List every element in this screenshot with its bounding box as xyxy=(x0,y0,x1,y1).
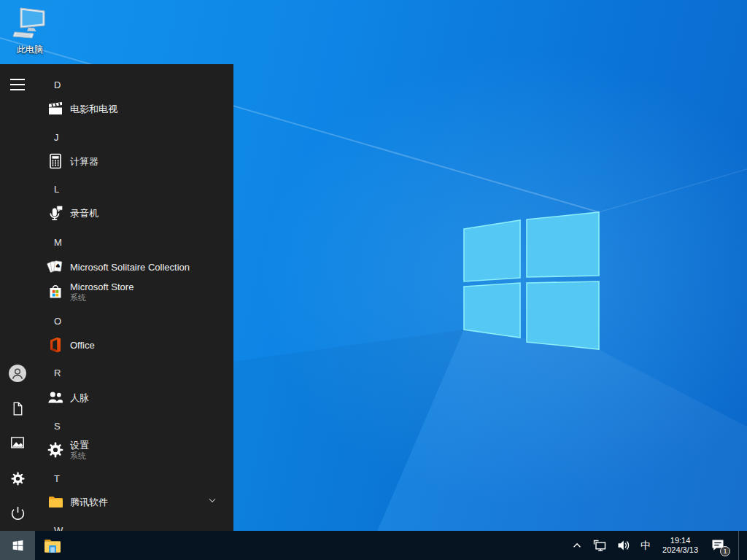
app-sublabel: 系统 xyxy=(70,293,133,303)
file-explorer-button[interactable] xyxy=(35,531,70,560)
gear-icon xyxy=(10,471,26,486)
chevron-up-icon xyxy=(571,540,583,551)
app-movies-tv[interactable]: 电影和电视 xyxy=(35,96,233,121)
app-microsoft-store[interactable]: Microsoft Store 系统 xyxy=(35,276,233,308)
app-sublabel: 系统 xyxy=(70,451,89,461)
windows-desktop: 此电脑 xyxy=(0,0,747,560)
app-label: Office xyxy=(70,340,95,351)
hidden-icons-button[interactable] xyxy=(571,540,583,551)
people-icon xyxy=(47,389,64,406)
section-letter-o[interactable]: O xyxy=(35,314,233,328)
ime-indicator[interactable]: 中 xyxy=(640,531,651,560)
app-label: 人脉 xyxy=(70,392,89,403)
action-center-button[interactable]: 1 xyxy=(710,537,726,553)
section-letter-l[interactable]: L xyxy=(35,182,233,196)
app-label: Microsoft Solitaire Collection xyxy=(70,262,190,273)
section-letter-t[interactable]: T xyxy=(35,471,233,486)
app-voice-recorder[interactable]: 录音机 xyxy=(35,201,233,225)
user-account-button[interactable] xyxy=(9,365,26,382)
document-icon xyxy=(10,401,26,416)
windows-logo-icon xyxy=(11,539,25,553)
notification-badge: 1 xyxy=(720,546,730,556)
playing-cards-icon: ♠ xyxy=(47,258,64,276)
pictures-icon xyxy=(9,435,26,451)
chevron-down-icon[interactable] xyxy=(207,495,217,508)
section-letter-j[interactable]: J xyxy=(35,130,233,144)
user-avatar-icon xyxy=(9,365,26,382)
app-label: Microsoft Store xyxy=(70,281,133,292)
taskbar: 中 19:14 2024/3/13 1 xyxy=(0,531,747,560)
tray-date: 2024/3/13 xyxy=(662,545,698,555)
power-button[interactable] xyxy=(9,504,26,521)
section-letter-r[interactable]: R xyxy=(35,365,233,380)
show-desktop-button[interactable] xyxy=(738,531,741,560)
settings-button-rail[interactable] xyxy=(9,470,26,487)
speaker-icon xyxy=(616,538,631,553)
start-button[interactable] xyxy=(0,531,35,560)
svg-text:♠: ♠ xyxy=(55,262,61,270)
pictures-button[interactable] xyxy=(9,434,26,451)
folder-icon xyxy=(47,493,64,510)
store-bag-icon xyxy=(47,283,64,300)
section-letter-d[interactable]: D xyxy=(35,77,233,92)
hamburger-menu-button[interactable] xyxy=(10,79,25,90)
this-pc-icon xyxy=(12,6,48,39)
start-menu-rail xyxy=(0,64,35,531)
system-tray: 中 19:14 2024/3/13 1 xyxy=(571,531,741,560)
app-label: 腾讯软件 xyxy=(70,497,108,508)
clock[interactable]: 19:14 2024/3/13 xyxy=(660,536,700,555)
app-label: 计算器 xyxy=(70,156,98,167)
microphone-icon xyxy=(47,204,64,222)
clapperboard-icon xyxy=(47,100,64,117)
settings-gear-icon xyxy=(47,441,64,459)
app-settings[interactable]: 设置 系统 xyxy=(35,434,233,466)
section-letter-w[interactable]: W xyxy=(35,523,233,531)
tray-time: 19:14 xyxy=(662,536,698,545)
app-label: 电影和电视 xyxy=(70,104,117,114)
calculator-icon xyxy=(47,152,64,170)
desktop-icon-this-pc[interactable]: 此电脑 xyxy=(7,6,53,56)
section-letter-m[interactable]: M xyxy=(35,235,233,249)
file-explorer-icon xyxy=(43,537,62,554)
volume-button[interactable] xyxy=(616,538,631,553)
power-icon xyxy=(10,505,26,521)
documents-button[interactable] xyxy=(9,400,26,417)
section-letter-s[interactable]: S xyxy=(35,419,233,433)
app-label: 录音机 xyxy=(70,208,98,219)
app-office[interactable]: Office xyxy=(35,332,233,357)
app-label: 设置 xyxy=(70,440,89,451)
ethernet-icon xyxy=(592,538,607,553)
app-folder-tencent[interactable]: 腾讯软件 xyxy=(35,489,233,514)
start-menu: D 电影和电视 J xyxy=(0,64,233,531)
office-logo-icon xyxy=(47,336,64,354)
windows-flag-panes xyxy=(464,212,599,349)
app-people[interactable]: 人脉 xyxy=(35,385,233,410)
desktop-icon-label: 此电脑 xyxy=(7,44,53,56)
network-button[interactable] xyxy=(592,538,607,553)
start-menu-app-list: D 电影和电视 J xyxy=(35,64,233,531)
app-calculator[interactable]: 计算器 xyxy=(35,149,233,174)
